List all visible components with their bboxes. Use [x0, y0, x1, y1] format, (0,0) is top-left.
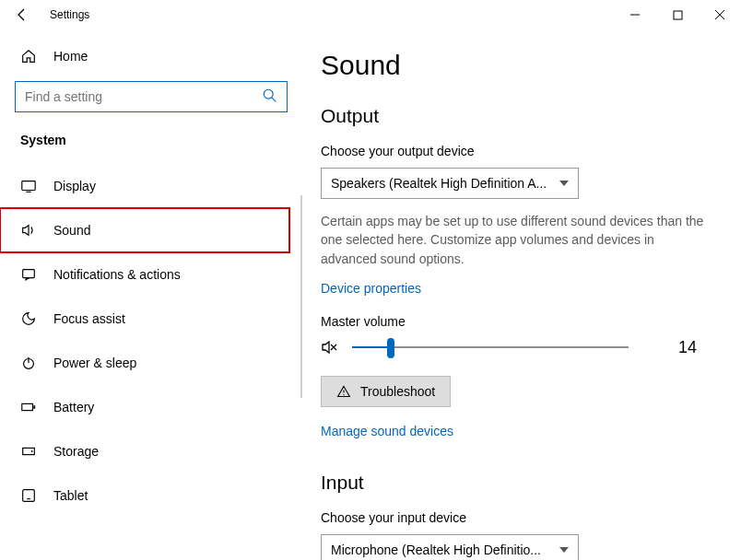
input-heading: Input [321, 472, 712, 494]
chevron-down-icon [559, 547, 569, 553]
svg-rect-10 [33, 405, 35, 409]
sidebar-item-home[interactable]: Home [0, 44, 302, 81]
sidebar-item-label: Tablet [53, 488, 88, 503]
sidebar-item-label: Power & sleep [53, 356, 136, 370]
home-icon [20, 48, 37, 64]
sidebar-item-label: Notifications & actions [53, 267, 181, 282]
storage-icon [20, 443, 37, 460]
sidebar-item-display[interactable]: Display [0, 164, 302, 208]
maximize-button[interactable] [656, 1, 699, 29]
output-device-select[interactable]: Speakers (Realtek High Definition A... [321, 168, 579, 199]
manage-sound-devices-link[interactable]: Manage sound devices [321, 424, 712, 438]
svg-rect-9 [22, 403, 33, 410]
sidebar-item-label: Focus assist [53, 311, 125, 326]
master-volume-slider[interactable] [352, 338, 629, 356]
device-properties-link[interactable]: Device properties [321, 281, 712, 296]
sidebar-item-label: Storage [53, 444, 99, 459]
svg-point-2 [264, 89, 273, 99]
back-button[interactable] [0, 7, 44, 22]
svg-rect-4 [22, 181, 35, 191]
sidebar-item-tablet[interactable]: Tablet [0, 473, 302, 518]
svg-rect-13 [23, 490, 35, 502]
input-choose-label: Choose your input device [321, 510, 712, 525]
notifications-icon [20, 266, 37, 283]
sidebar-item-focus-assist[interactable]: Focus assist [0, 297, 302, 341]
troubleshoot-label: Troubleshoot [360, 384, 435, 399]
output-heading: Output [321, 105, 712, 127]
search-input[interactable] [15, 81, 288, 112]
sidebar-item-notifications[interactable]: Notifications & actions [0, 252, 302, 297]
display-icon [20, 178, 37, 194]
tablet-icon [20, 487, 37, 504]
sidebar-section-header: System [0, 133, 302, 164]
sidebar-item-label: Display [53, 179, 96, 193]
svg-line-3 [272, 98, 276, 102]
titlebar: Settings [0, 0, 741, 29]
volume-mute-icon[interactable] [321, 338, 339, 356]
chevron-down-icon [559, 181, 569, 186]
svg-rect-1 [674, 11, 682, 19]
window-title: Settings [44, 8, 89, 21]
battery-icon [20, 399, 37, 415]
input-device-value: Microphone (Realtek High Definitio... [331, 542, 541, 557]
troubleshoot-button[interactable]: Troubleshoot [321, 376, 451, 407]
input-device-select[interactable]: Microphone (Realtek High Definitio... [321, 534, 579, 560]
output-device-value: Speakers (Realtek High Definition A... [331, 176, 547, 191]
search-icon [262, 88, 278, 108]
output-description: Certain apps may be set up to use differ… [321, 212, 708, 268]
close-button[interactable] [699, 1, 741, 29]
master-volume-label: Master volume [321, 314, 712, 329]
sidebar-item-battery[interactable]: Battery [0, 385, 302, 429]
page-title: Sound [321, 50, 712, 81]
sound-icon [20, 222, 37, 239]
content-area: Sound Output Choose your output device S… [302, 29, 741, 560]
warning-icon [336, 384, 351, 399]
focus-assist-icon [20, 310, 37, 327]
sidebar-item-storage[interactable]: Storage [0, 429, 302, 473]
output-choose-label: Choose your output device [321, 144, 712, 158]
master-volume-value: 14 [678, 338, 697, 357]
sidebar-item-power-sleep[interactable]: Power & sleep [0, 341, 302, 385]
sidebar: Home System Display Sound [0, 29, 302, 560]
svg-point-16 [343, 394, 344, 395]
minimize-button[interactable] [614, 1, 656, 29]
power-icon [20, 355, 37, 371]
sidebar-item-sound[interactable]: Sound [0, 208, 289, 252]
sidebar-item-label: Sound [53, 223, 90, 238]
svg-rect-6 [23, 270, 35, 278]
sidebar-item-label: Battery [53, 400, 94, 414]
svg-point-12 [31, 450, 33, 452]
sidebar-item-label: Home [53, 49, 88, 64]
